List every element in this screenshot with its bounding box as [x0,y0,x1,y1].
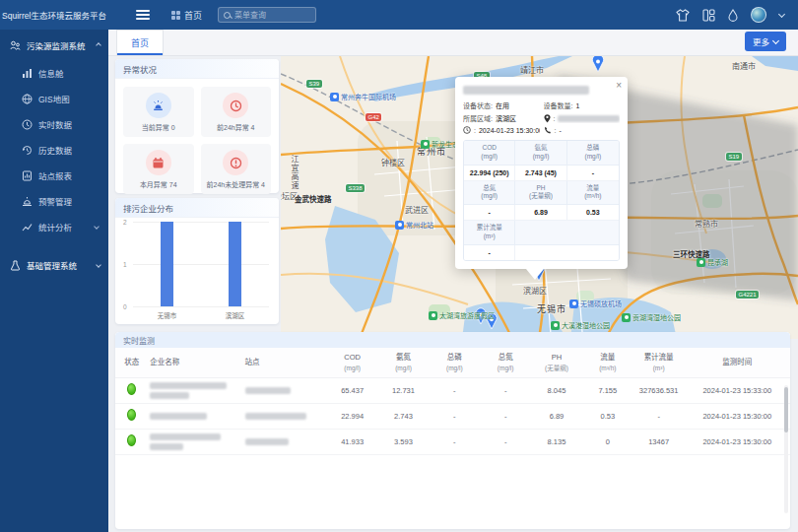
redacted-station [245,387,291,394]
more-chevron-icon [772,36,779,43]
abnormal-panel: 异常状况 当前异常 0 前24h异常 4 [115,59,279,193]
card-24h-unhandled[interactable]: 前24h未处理异常 4 [201,144,272,194]
sidebar: 污染源监测系统 信息舱 GIS地图 实时数据 历史数据 站点报表 预警管理 [0,30,108,532]
water-drop-icon[interactable] [728,9,738,22]
search-icon [224,12,231,19]
redacted-company [150,413,207,420]
clock-icon [22,119,33,130]
collapse-chevron-icon [96,42,101,48]
redacted-station-name [463,86,589,95]
calendar-icon [146,150,171,175]
clock-alert-icon [223,93,248,118]
clock-icon [463,126,471,134]
device-count-label: 设备数量: [544,100,573,110]
report-icon [22,170,33,181]
scrollbar-thumb[interactable] [784,387,788,432]
more-button[interactable]: 更多 [745,32,786,51]
sidebar-item-history-data[interactable]: 历史数据 [0,137,108,163]
theme-shirt-icon[interactable] [676,9,690,22]
redacted-station [245,438,289,445]
sidebar-system-base[interactable]: 基础管理系统 [0,249,108,280]
main-content: 首页 更多 [108,30,798,532]
x-label: 无锡市 [133,310,201,320]
breadcrumb[interactable]: 首页 [171,9,202,22]
popup-close-icon[interactable]: × [616,81,622,91]
sidebar-system-base-label: 基础管理系统 [27,259,77,271]
bar-chart-icon [22,68,33,79]
table-row[interactable]: 22.9942.743 -- 6.890.53 -2024-01-23 15:3… [115,403,790,429]
tab-home[interactable]: 首页 [116,30,164,55]
card-label: 前24h未处理异常 4 [206,179,265,189]
sidebar-item-warning-management[interactable]: 预警管理 [0,188,108,214]
realtime-monitor-panel: 实时监测 状态 企业名称 站点 COD(mg/l) 氨氮(mg/l) 总磷(mg… [115,332,790,529]
user-avatar[interactable] [751,7,766,23]
device-status-value: 在用 [496,100,509,110]
expand-chevron-icon [94,224,100,230]
monitor-icon [10,40,21,51]
sidebar-item-label: 实时数据 [38,118,72,130]
region-label: 所属区域: [463,113,493,123]
redacted-company [150,382,227,389]
sidebar-item-label: 信息舱 [38,67,64,79]
hamburger-menu-icon[interactable] [136,8,150,22]
brand-title: Squirrel生态环境云服务平台 [0,9,108,21]
monitor-panel-title: 实时监测 [115,332,790,348]
popup-ph-value: 6.89 [515,205,566,221]
redacted-address [558,115,620,122]
bar-chart: 2 1 0 无锡市 滨湖区 [133,222,269,320]
popup-nh3-value: 2.743 (45) [515,166,566,181]
search-input[interactable] [234,11,310,20]
sidebar-item-statistics[interactable]: 统计分析 [0,214,108,239]
monitor-table-header: 状态 企业名称 站点 COD(mg/l) 氨氮(mg/l) 总磷(mg/l) 总… [115,348,790,377]
sidebar-system-pollution-label: 污染源监测系统 [27,39,86,51]
bar-wuxi [161,222,173,306]
device-status-label: 设备状态: [463,100,493,110]
y-tick: 1 [123,261,127,268]
app-window: Squirrel生态环境云服务平台 首页 污染源监测系统 信息舱 [0,0,798,532]
globe-icon [22,94,33,104]
alert-circle-icon [223,150,248,175]
sidebar-item-label: 预警管理 [38,195,72,207]
layout-icon[interactable] [702,9,715,22]
menu-search[interactable] [218,7,316,23]
table-row[interactable]: 41.9333.593 -- 8.1350 134672024-01-23 15… [115,429,790,454]
abnormal-panel-title: 异常状况 [115,59,279,79]
popup-phone: - [559,127,561,134]
region-value: 滨湖区 [496,113,516,123]
history-icon [22,145,33,156]
sidebar-item-station-report[interactable]: 站点报表 [0,163,108,188]
sidebar-item-realtime-data[interactable]: 实时数据 [0,111,108,137]
sidebar-item-info-cabin[interactable]: 信息舱 [0,60,108,86]
card-current-abnormal[interactable]: 当前异常 0 [123,87,194,137]
card-24h-abnormal[interactable]: 前24h异常 4 [201,87,272,137]
alarm-icon [22,196,33,207]
table-scrollbar[interactable] [784,385,788,513]
popup-tp-value: - [567,166,619,181]
popup-time: 2024-01-23 15:30:00 [479,127,540,134]
topbar: Squirrel生态环境云服务平台 首页 [0,0,798,30]
popup-metrics-table: COD(mg/l) 氨氮(mg/l) 总磷(mg/l) 22.994 (250)… [463,140,620,261]
sidebar-system-pollution[interactable]: 污染源监测系统 [0,30,108,60]
status-dot-normal [127,434,136,446]
sidebar-item-label: GIS地图 [38,93,70,104]
card-label: 本月异常 74 [140,179,177,189]
breadcrumb-home: 首页 [184,9,202,22]
map-canvas[interactable]: 靖江市 南通市 常州市 钟楼区 武进区 金坛区 常熟市 无锡市 滨湖区 三环快速… [281,56,798,339]
siren-icon [146,93,171,118]
sidebar-item-gis-map[interactable]: GIS地图 [0,86,108,111]
status-dot-normal [127,409,136,421]
y-tick: 2 [123,219,127,226]
redacted-company [150,433,221,440]
card-label: 前24h异常 4 [217,122,255,132]
popup-cod-value: 22.994 (250) [464,166,515,181]
sidebar-item-label: 统计分析 [38,221,72,233]
card-month-abnormal[interactable]: 本月异常 74 [123,144,194,194]
popup-tn-value: - [464,205,515,221]
y-tick: 0 [123,303,127,310]
table-row[interactable]: 65.43712.731 -- 8.0457.155 327636.531202… [115,377,790,403]
distribution-chart-panel: 排污企业分布 2 1 0 无锡市 滨湖区 [115,198,279,324]
flask-icon [10,260,21,271]
tabbar: 首页 更多 [108,30,798,56]
user-menu-chevron-icon[interactable] [778,10,785,17]
phone-icon [544,126,552,134]
